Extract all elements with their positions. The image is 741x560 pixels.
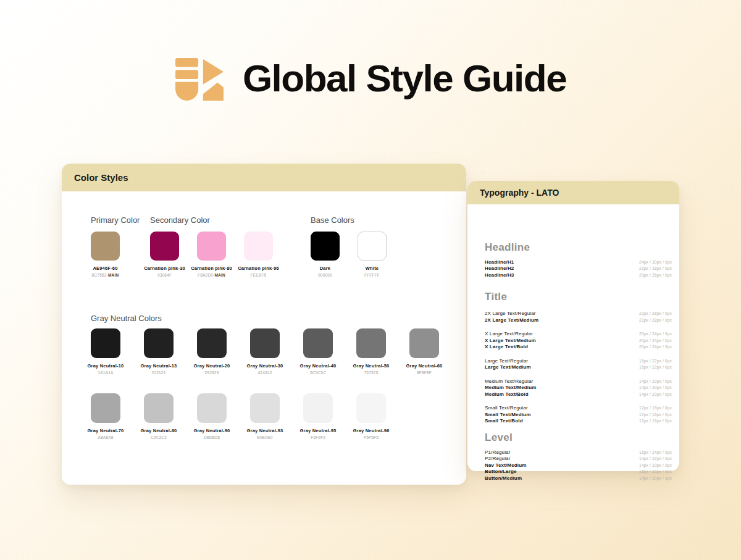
swatch-name: Gray Neutral-70 (88, 428, 124, 433)
swatch-code: 8F8F8F (417, 370, 432, 375)
gray-neutral-label: Gray Neutral Colors (91, 314, 162, 323)
type-style-row: Small Text/Medium12px / 16px / 0px (485, 411, 672, 418)
swatch-white: WhiteFFFFFF (358, 232, 387, 277)
color-swatch (409, 328, 439, 358)
type-style-label: Button/Medium (485, 475, 522, 481)
color-swatch (91, 232, 120, 261)
swatch-name: Dark (320, 265, 330, 271)
type-style-label: Medium Text/Regular (485, 378, 533, 384)
swatch-code: C2C2C2 (151, 435, 167, 440)
swatch-name: Gray Neutral-40 (300, 363, 337, 369)
type-style-label: Medium Text/Medium (485, 385, 536, 390)
swatch-code: D8D8D8 (204, 435, 220, 440)
swatch-row: Dark000000WhiteFFFFFF (311, 232, 387, 277)
type-style-specs: 22px / 28px / 0px (639, 266, 672, 270)
swatch-row: AE946F-608C7552-MAIN (91, 232, 140, 277)
color-group-label: Secondary Color (150, 215, 273, 225)
type-style-row: Large Text/Regular16px / 22px / 0px (485, 357, 672, 364)
type-style-row: Button/Large16px / 22px / 0px (485, 469, 672, 475)
color-swatch (358, 232, 387, 261)
type-style-row: Button/Medium14px / 20px / 0px (485, 475, 672, 482)
swatch-name: Carnation pink-96 (238, 265, 279, 271)
type-style-group: P1/Regular16px / 24px / 0pxP2/Regular14p… (485, 449, 672, 482)
color-swatch (303, 393, 333, 423)
swatch-gray-neutral-13: Gray Neutral-13212121 (144, 328, 174, 375)
type-style-label: Small Text/Bold (485, 418, 523, 424)
swatch-code: F5F5F5 (364, 435, 379, 440)
style-guide-logo-icon (175, 56, 225, 101)
swatch-name: Gray Neutral-50 (353, 363, 390, 369)
type-style-label: 2X Large Text/Medium (485, 317, 538, 323)
type-style-label: Headline/H3 (485, 272, 514, 278)
swatch-code: 757575 (364, 370, 379, 375)
gray-neutral-row-2: Gray Neutral-70A8A8A8Gray Neutral-80C2C2… (91, 393, 386, 440)
swatch-code: E0E0E0 (257, 435, 272, 440)
color-swatch (144, 328, 174, 358)
swatch-code: FFFFFF (364, 273, 380, 277)
swatch-carnation-pink-80: Carnation pink-80F8A2D0-MAIN (197, 232, 226, 277)
type-style-specs: 14px / 20px / 0px (639, 392, 672, 396)
type-style-specs: 16px / 22px / 0px (639, 469, 672, 474)
type-style-row: Small Text/Regular12px / 16px / 0px (485, 405, 672, 412)
type-style-label: P1/Regular (485, 449, 511, 455)
swatch-gray-neutral-93: Gray Neutral-93E0E0E0 (250, 393, 280, 440)
color-group-label: Primary Color (91, 215, 140, 225)
swatch-carnation-pink-96: Carnation pink-96FEEBF5 (244, 232, 273, 277)
type-style-specs: 14px / 20px / 0px (639, 379, 672, 383)
typography-section-heading: Headline (485, 241, 672, 254)
type-style-row: P2/Regular14px / 22px / 0px (485, 456, 672, 462)
swatch-code: 93064F (157, 273, 172, 277)
type-style-specs: 20px / 26px / 0px (639, 273, 672, 277)
swatch-name: Gray Neutral-13 (141, 363, 177, 369)
type-style-row: Large Text/Medium16px / 22px / 0px (485, 364, 672, 371)
swatch-gray-neutral-40: Gray Neutral-405C5C5C (303, 328, 333, 375)
type-style-row: Headline/H222px / 28px / 0px (485, 265, 672, 272)
color-swatch (150, 232, 179, 261)
swatch-gray-neutral-70: Gray Neutral-70A8A8A8 (91, 393, 120, 440)
color-group-primary-color: Primary ColorAE946F-608C7552-MAIN (91, 215, 140, 277)
type-style-label: Large Text/Medium (485, 364, 531, 370)
color-swatch (197, 232, 226, 261)
swatch-code: 8C7552-MAIN (92, 273, 119, 277)
type-style-row: Headline/H124px / 30px / 0px (485, 259, 672, 265)
type-style-row: X Large Text/Regular20px / 24px / 0px (485, 331, 672, 338)
typography-body: HeadlineHeadline/H124px / 30px / 0pxHead… (467, 241, 679, 482)
swatch-gray-neutral-90: Gray Neutral-90D8D8D8 (197, 393, 227, 440)
type-style-group: Headline/H124px / 30px / 0pxHeadline/H22… (485, 259, 672, 278)
page-header: Global Style Guide (0, 56, 741, 101)
type-style-label: Headline/H1 (485, 259, 514, 265)
swatch-name: Gray Neutral-90 (194, 428, 230, 433)
color-swatch (197, 328, 227, 358)
type-style-row: Medium Text/Bold14px / 20px / 0px (485, 391, 672, 398)
color-swatch (250, 393, 280, 423)
color-swatch (303, 328, 333, 358)
type-style-specs: 22px / 28px / 0px (639, 311, 672, 316)
swatch-code: 000000 (318, 273, 332, 277)
swatch-name: Gray Neutral-80 (141, 428, 177, 433)
swatch-name: Gray Neutral-95 (300, 428, 337, 433)
typography-header-label: Typography - LATO (480, 188, 559, 198)
swatch-code: 212121 (152, 370, 166, 375)
swatch-name: Gray Neutral-96 (353, 428, 390, 433)
swatch-code: F2F2F2 (311, 435, 325, 440)
type-style-specs: 12px / 16px / 0px (639, 406, 672, 410)
color-swatch (356, 393, 386, 423)
type-style-label: Headline/H2 (485, 265, 514, 271)
color-group-label: Base Colors (311, 215, 387, 225)
typography-section-heading: Title (485, 291, 672, 303)
type-style-label: 2X Large Text/Regular (485, 311, 536, 316)
gray-neutral-row-1: Gray Neutral-101A1A1AGray Neutral-132121… (91, 328, 439, 375)
type-style-row: Small Text/Bold12px / 16px / 0px (485, 418, 672, 425)
color-swatch (311, 232, 340, 261)
type-style-specs: 12px / 16px / 0px (639, 419, 672, 423)
type-style-label: Large Text/Regular (485, 358, 528, 364)
swatch-name: Carnation pink-80 (191, 265, 232, 271)
type-style-row: Headline/H320px / 26px / 0px (485, 272, 672, 278)
color-group-base-colors: Base ColorsDark000000WhiteFFFFFF (311, 215, 387, 277)
color-swatch (197, 393, 227, 423)
swatch-gray-neutral-96: Gray Neutral-96F5F5F5 (356, 393, 386, 440)
swatch-dark: Dark000000 (311, 232, 340, 277)
color-swatch (91, 393, 120, 423)
type-style-label: Nav Text/Medium (485, 462, 526, 468)
type-style-label: Button/Large (485, 469, 517, 474)
